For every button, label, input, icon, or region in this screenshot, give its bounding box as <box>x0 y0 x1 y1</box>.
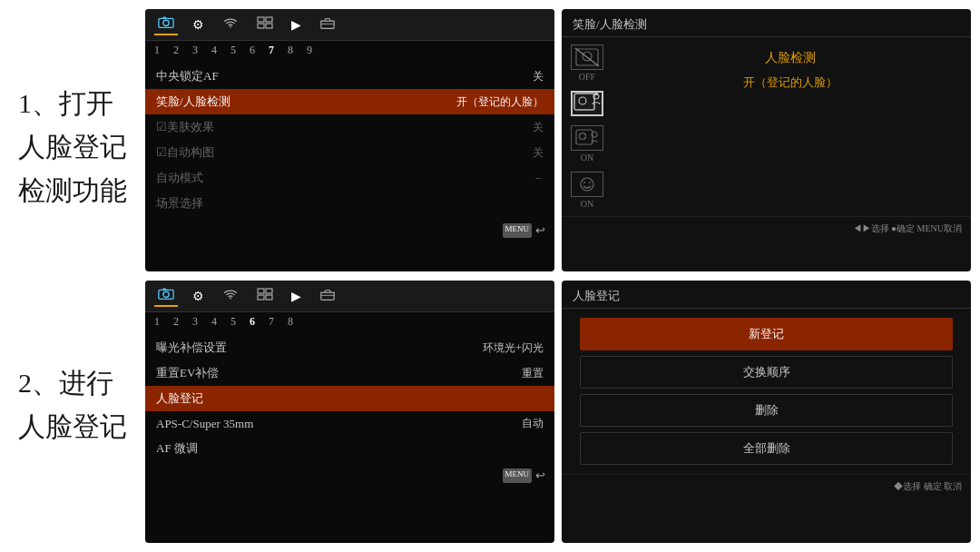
cam-footer1: MENU ↩ <box>145 220 554 242</box>
menu-item-skin[interactable]: ☑美肤效果 关 <box>145 114 554 140</box>
row2: ⚙ ▶ <box>145 281 971 543</box>
menu-item-af-fine[interactable]: AF 微调 <box>145 436 554 461</box>
nav-grid-icon2[interactable] <box>253 286 277 306</box>
cam-nav1: ⚙ ▶ <box>145 9 554 41</box>
menu-item-value: 关 <box>533 69 544 84</box>
nav-wifi-icon2[interactable] <box>219 286 242 306</box>
face-on-box <box>571 125 603 151</box>
svg-point-1 <box>163 20 169 25</box>
menu-item-reset-ev[interactable]: 重置EV补偿 重置 <box>145 360 554 386</box>
row1: ⚙ ▶ <box>145 9 971 271</box>
face-reg-panel: 人脸登记 新登记 交换顺序 删除 全部删除 ◆选择 确定 取消 <box>562 281 971 543</box>
step1-line1: 1、打开 <box>18 88 113 118</box>
svg-rect-28 <box>258 295 264 300</box>
tab-numbers2: 1 2 3 4 5 6 7 8 <box>145 312 554 331</box>
menu-item-label: 笑脸/人脸检测 <box>156 94 230 110</box>
step2-text: 2、进行 人脸登记 <box>18 361 136 448</box>
nav-wifi-icon[interactable] <box>219 15 242 34</box>
svg-line-11 <box>575 48 599 66</box>
svg-rect-26 <box>258 289 264 293</box>
face-icons-col: OFF <box>571 44 603 209</box>
menu-item-value: 关 <box>533 145 544 161</box>
tab-numbers1: 1 2 3 4 5 6 7 8 9 <box>145 41 554 60</box>
nav-camera-icon2[interactable] <box>154 285 178 307</box>
menu-item-label: AF 微调 <box>156 440 198 457</box>
face-reg-btn-swap[interactable]: 交换顺序 <box>580 356 953 389</box>
face-reg-title: 人脸登记 <box>562 281 971 309</box>
svg-rect-2 <box>162 17 166 19</box>
menu-item-auto-mode[interactable]: 自动模式 － <box>145 165 554 191</box>
face-reg-btn-new[interactable]: 新登记 <box>580 318 953 350</box>
menu-item-label: 人脸登记 <box>156 390 203 407</box>
svg-rect-15 <box>594 92 598 95</box>
face-icon-smile[interactable]: ON <box>571 172 603 209</box>
nav-gear-icon[interactable]: ⚙ <box>189 15 208 34</box>
svg-rect-29 <box>266 295 272 300</box>
face-icon-on[interactable]: ON <box>571 125 603 163</box>
back-icon: ↩ <box>535 223 545 238</box>
menu-icon2: MENU <box>503 468 533 483</box>
menu-item-apsc[interactable]: APS-C/Super 35mm 自动 <box>145 411 554 436</box>
nav-play-icon[interactable]: ▶ <box>288 15 305 34</box>
svg-point-20 <box>583 182 585 183</box>
face-detect-value: 开（登记的人脸） <box>618 74 962 93</box>
nav-bag-icon2[interactable] <box>316 286 339 306</box>
svg-point-13 <box>579 97 586 104</box>
svg-rect-7 <box>266 24 272 28</box>
step1-block: 1、打开 人脸登记 检测功能 <box>18 18 136 276</box>
face-selected-box <box>571 91 603 116</box>
menu-item-label: APS-C/Super 35mm <box>156 417 253 431</box>
menu-item-value: 开（登记的人脸） <box>456 94 544 110</box>
step1-line3: 检测功能 <box>18 175 127 205</box>
svg-rect-6 <box>258 24 264 28</box>
svg-point-3 <box>230 26 231 28</box>
face-panel-title: 笑脸/人脸检测 <box>562 9 971 37</box>
face-reg-btn-delete[interactable]: 删除 <box>580 394 953 427</box>
camera-menu-screen2: ⚙ ▶ <box>145 281 554 543</box>
menu-item-value: 环境光+闪光 <box>483 340 544 356</box>
main-content: ⚙ ▶ <box>145 0 980 552</box>
menu-item-label: 场景选择 <box>156 195 203 212</box>
svg-rect-4 <box>258 17 264 22</box>
menu-icon: MENU <box>503 223 533 238</box>
svg-point-17 <box>580 133 586 140</box>
menu-item-face-detect[interactable]: 笑脸/人脸检测 开（登记的人脸） <box>145 89 554 114</box>
menu-item-exposure[interactable]: 曝光补偿设置 环境光+闪光 <box>145 335 554 360</box>
menu-item-face-reg[interactable]: 人脸登记 <box>145 386 554 411</box>
menu-list2: 曝光补偿设置 环境光+闪光 重置EV补偿 重置 人脸登记 APS-C/Super… <box>145 331 554 465</box>
menu-item-label: ☑自动构图 <box>156 144 214 161</box>
face-right-info: 人脸检测 开（登记的人脸） <box>618 44 962 209</box>
menu-item-label: 中央锁定AF <box>156 68 219 84</box>
nav-camera-icon[interactable] <box>154 14 178 35</box>
step2-line1: 2、进行 <box>18 368 113 398</box>
svg-rect-16 <box>576 130 593 144</box>
nav-gear-icon2[interactable]: ⚙ <box>189 287 208 306</box>
menu-item-central-af[interactable]: 中央锁定AF 关 <box>145 64 554 89</box>
back-icon2: ↩ <box>535 468 545 483</box>
face-icon-off[interactable]: OFF <box>571 44 603 82</box>
nav-play-icon2[interactable]: ▶ <box>288 287 305 306</box>
menu-item-label: 曝光补偿设置 <box>156 340 227 356</box>
menu-item-scene[interactable]: 场景选择 <box>145 191 554 216</box>
menu-item-label: ☑美肤效果 <box>156 119 214 135</box>
svg-rect-5 <box>266 17 272 22</box>
face-smile-label: ON <box>581 199 593 209</box>
menu-item-label: 自动模式 <box>156 170 203 186</box>
cam-footer2: MENU ↩ <box>145 465 554 487</box>
nav-bag-icon[interactable] <box>316 15 339 34</box>
nav-grid-icon[interactable] <box>253 15 277 34</box>
menu-item-value: 自动 <box>522 416 544 431</box>
face-detect-panel: 笑脸/人脸检测 OFF <box>562 9 971 271</box>
face-icon-selected[interactable] <box>571 91 603 116</box>
face-reg-btn-delete-all[interactable]: 全部删除 <box>580 432 953 465</box>
face-panel-body: OFF <box>562 37 971 216</box>
svg-point-25 <box>230 298 231 300</box>
svg-point-23 <box>163 291 169 297</box>
face-off-label: OFF <box>579 72 595 82</box>
menu-item-auto-frame[interactable]: ☑自动构图 关 <box>145 140 554 165</box>
face-reg-footer: ◆选择 确定 取消 <box>562 474 971 498</box>
step2-block: 2、进行 人脸登记 <box>18 276 136 534</box>
face-detect-subtitle: 人脸检测 <box>618 50 962 66</box>
svg-rect-24 <box>162 289 166 291</box>
svg-point-21 <box>589 182 591 183</box>
